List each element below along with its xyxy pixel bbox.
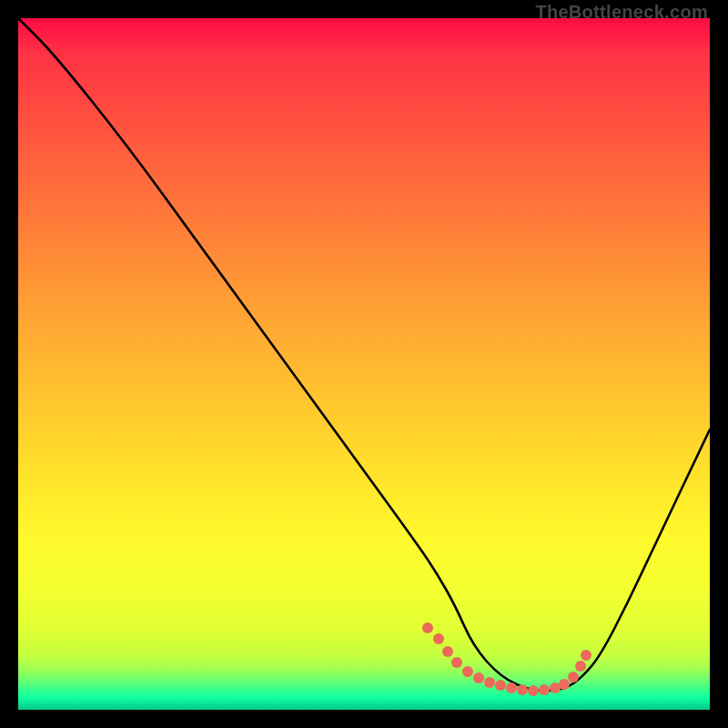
highlight-dot: [575, 661, 586, 672]
highlight-dot: [559, 679, 570, 690]
highlight-dot: [517, 684, 528, 695]
bottleneck-curve: [18, 18, 710, 691]
highlight-dot: [506, 682, 517, 693]
highlight-dot: [422, 622, 433, 633]
highlight-dot: [539, 684, 550, 695]
highlight-dot: [495, 680, 506, 691]
highlight-dot: [473, 672, 484, 683]
highlight-dot: [442, 646, 453, 657]
highlight-dot: [484, 677, 495, 688]
curve-layer: [18, 18, 710, 710]
plot-area: [18, 18, 710, 710]
highlight-dot: [568, 672, 579, 682]
highlight-dot: [528, 685, 539, 696]
chart-stage: TheBottleneck.com: [0, 0, 728, 728]
highlight-dot: [451, 657, 462, 668]
highlight-dot: [433, 633, 444, 644]
highlight-markers: [422, 622, 592, 696]
highlight-dot: [462, 666, 473, 677]
highlight-dot: [581, 650, 592, 661]
